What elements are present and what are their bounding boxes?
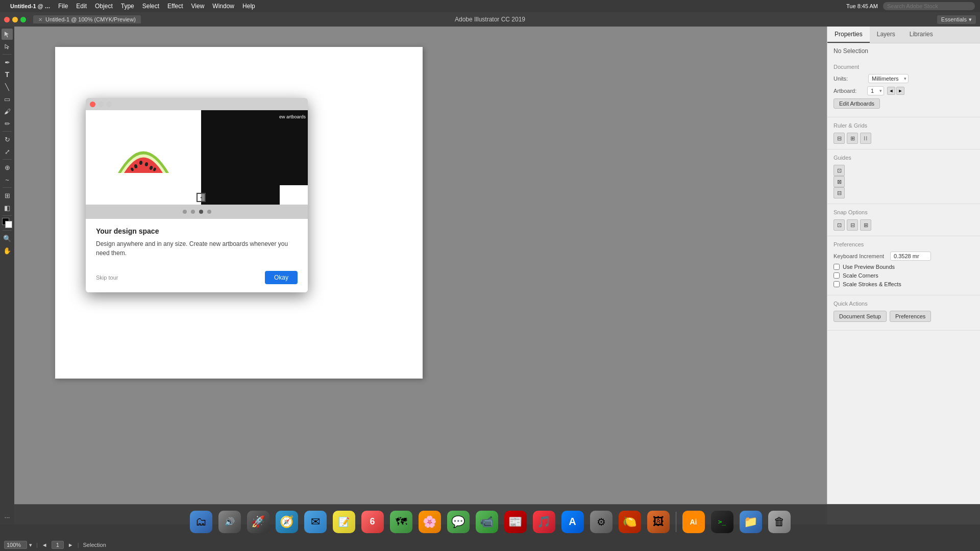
menu-file[interactable]: File — [54, 0, 72, 12]
shape-builder-button[interactable]: ⊞ — [2, 190, 13, 201]
color-boxes[interactable] — [2, 218, 12, 228]
paintbrush-tool-button[interactable]: 🖌 — [2, 106, 13, 117]
tour-dot-4[interactable] — [207, 210, 211, 214]
dock-item-photos[interactable]: 🌸 — [416, 509, 443, 535]
dock-item-maps[interactable]: 🗺 — [388, 509, 414, 535]
dock-item-preview[interactable]: 🖼 — [645, 509, 672, 535]
artboard-nav-prev[interactable]: ◄ — [42, 542, 47, 548]
artboard-nav-next[interactable]: ► — [68, 542, 74, 548]
workspace-selector[interactable]: Essentials ▾ — [937, 15, 976, 24]
snap-icon-2[interactable]: ⊟ — [847, 219, 858, 231]
scale-strokes-checkbox[interactable] — [834, 281, 840, 287]
guide-icon-1[interactable]: ⊡ — [834, 165, 845, 176]
trash-icon: 🗑 — [768, 511, 791, 533]
dock-item-facetime[interactable]: 📹 — [474, 509, 500, 535]
minimize-window-button[interactable] — [12, 17, 18, 22]
zoom-tool-button[interactable]: 🔍 — [2, 233, 13, 244]
background-color[interactable] — [5, 221, 12, 228]
hand-tool-button[interactable]: ✋ — [2, 245, 13, 256]
tour-expand-button[interactable] — [106, 102, 112, 107]
rotate-tool-button[interactable]: ↻ — [2, 134, 13, 145]
edit-artboards-row: Edit Artboards — [834, 98, 974, 109]
dock-item-finder[interactable]: 🗂 — [188, 509, 214, 535]
document-setup-button[interactable]: Document Setup — [834, 311, 887, 322]
artboard-prev-button[interactable]: ◄ — [887, 87, 895, 95]
menu-help[interactable]: Help — [238, 0, 259, 12]
artboard-nav-input[interactable]: 1 — [52, 541, 64, 549]
dock-item-safari[interactable]: 🧭 — [274, 509, 300, 535]
guide-icon-2[interactable]: ⊠ — [834, 176, 845, 187]
zoom-input[interactable] — [4, 541, 27, 549]
okay-button[interactable]: Okay — [265, 271, 298, 284]
fullscreen-window-button[interactable] — [20, 17, 26, 22]
dock-item-siri[interactable]: 🔊 — [216, 509, 243, 535]
skip-tour-link[interactable]: Skip tour — [96, 274, 118, 281]
dock-item-mango[interactable]: 🍋 — [617, 509, 643, 535]
line-tool-button[interactable]: ╲ — [2, 81, 13, 92]
units-select[interactable]: Millimeters Pixels Inches Points — [868, 74, 909, 83]
tour-image-area: ew artboards + — [86, 110, 308, 205]
artboard-next-button[interactable]: ► — [896, 87, 904, 95]
tab-properties[interactable]: Properties — [827, 27, 870, 43]
menu-window[interactable]: Window — [208, 0, 238, 12]
type-tool-button[interactable]: T — [2, 69, 13, 80]
gradient-tool-button[interactable]: ◧ — [2, 202, 13, 213]
direct-selection-tool-button[interactable] — [2, 41, 13, 52]
menu-edit[interactable]: Edit — [72, 0, 91, 12]
dock-item-calendar[interactable]: 6 — [359, 509, 386, 535]
tab-close-icon[interactable]: ✕ — [38, 17, 42, 22]
guide-icon-3[interactable]: ⊟ — [834, 187, 845, 198]
menu-effect[interactable]: Effect — [163, 0, 187, 12]
selection-tool-button[interactable] — [2, 29, 13, 40]
tour-close-button[interactable] — [90, 102, 95, 107]
scale-corners-checkbox[interactable] — [834, 272, 840, 279]
tab-libraries[interactable]: Libraries — [902, 27, 940, 43]
dock-item-sysprefs[interactable]: ⚙ — [588, 509, 615, 535]
more-tools-button[interactable]: ··· — [2, 511, 13, 522]
tab-layers[interactable]: Layers — [870, 27, 902, 43]
tour-dot-2[interactable] — [191, 210, 195, 214]
dock-item-finder2[interactable]: 📁 — [738, 509, 764, 535]
menu-object[interactable]: Object — [91, 0, 117, 12]
tour-dot-3[interactable] — [199, 210, 203, 214]
dock-item-illustrator[interactable]: Ai — [680, 509, 707, 535]
keyboard-increment-input[interactable] — [890, 252, 931, 261]
pencil-tool-button[interactable]: ✏ — [2, 118, 13, 129]
dock-item-notes[interactable]: 📝 — [331, 509, 357, 535]
dock-item-trash[interactable]: 🗑 — [766, 509, 793, 535]
snap-icon-3[interactable]: ⊞ — [860, 219, 871, 231]
dock-item-appstore[interactable]: A — [559, 509, 586, 535]
width-tool-button[interactable]: ⊕ — [2, 162, 13, 173]
menu-type[interactable]: Type — [117, 0, 138, 12]
edit-artboards-button[interactable]: Edit Artboards — [834, 98, 880, 109]
dock-item-messages[interactable]: 💬 — [445, 509, 472, 535]
menu-view[interactable]: View — [187, 0, 209, 12]
zoom-dropdown-icon[interactable]: ▾ — [29, 542, 32, 548]
menu-select[interactable]: Select — [138, 0, 163, 12]
use-preview-bounds-checkbox[interactable] — [834, 264, 840, 270]
dock-item-music[interactable]: 🎵 — [531, 509, 557, 535]
preferences-button[interactable]: Preferences — [890, 311, 931, 322]
pen-tool-button[interactable]: ✒ — [2, 57, 13, 68]
status-mode-label: Selection — [83, 542, 106, 548]
snap-icon-1[interactable]: ⊡ — [834, 219, 845, 231]
dock-item-news[interactable]: 📰 — [502, 509, 529, 535]
tour-dot-1[interactable] — [183, 210, 187, 214]
dots-grid-icon-btn[interactable]: ⁞⁞ — [860, 133, 871, 144]
document-section-title: Document — [834, 64, 974, 70]
ruler-icon-btn[interactable]: ⊟ — [834, 133, 845, 144]
warp-tool-button[interactable]: ~ — [2, 174, 13, 185]
dock-item-launchpad[interactable]: 🚀 — [245, 509, 272, 535]
dock-item-mail[interactable]: ✉ — [302, 509, 329, 535]
artboard-select[interactable]: 1 — [867, 86, 884, 95]
search-stock-input[interactable] — [883, 2, 975, 10]
scale-tool-button[interactable]: ⤢ — [2, 146, 13, 157]
grid-icon-btn[interactable]: ⊞ — [847, 133, 858, 144]
rectangle-tool-button[interactable]: ▭ — [2, 93, 13, 105]
close-window-button[interactable] — [4, 17, 10, 22]
document-section: Document Units: Millimeters Pixels Inche… — [827, 59, 980, 117]
chevron-down-icon: ▾ — [969, 16, 972, 23]
document-tab[interactable]: ✕ Untitled-1 @ 100% (CMYK/Preview) — [33, 15, 141, 23]
tour-minimize-button[interactable] — [98, 102, 104, 107]
dock-item-terminal[interactable]: >_ — [709, 509, 736, 535]
